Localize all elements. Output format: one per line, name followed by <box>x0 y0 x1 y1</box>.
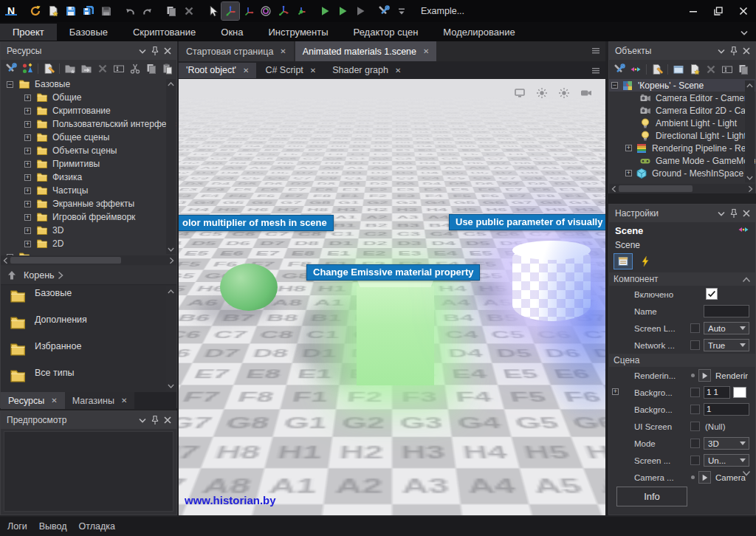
objects-duplicate-icon[interactable] <box>735 62 752 78</box>
breadcrumb[interactable]: Корень <box>1 266 176 285</box>
default-indicator[interactable] <box>690 340 700 350</box>
dropdown[interactable]: Un... <box>704 454 749 467</box>
tree-item[interactable]: +Общие <box>1 91 176 104</box>
default-indicator[interactable] <box>690 439 700 448</box>
dropdown[interactable]: Auto <box>704 322 749 334</box>
scene-object-item[interactable]: Game Mode - GameMode <box>609 154 755 167</box>
sub-tab-2[interactable]: C# Script✕ <box>258 63 323 78</box>
close-icon[interactable]: ✕ <box>395 66 401 75</box>
gizmo-rotate-icon[interactable] <box>257 2 275 20</box>
default-indicator[interactable] <box>690 456 700 465</box>
close-icon[interactable]: ✕ <box>243 66 249 75</box>
chevron-down-icon[interactable] <box>715 45 727 58</box>
play-disabled-icon[interactable] <box>351 2 369 20</box>
expand-icon[interactable]: + <box>625 145 632 151</box>
scene-object-item[interactable]: −'Корень' - Scene <box>609 79 755 92</box>
color-swatch[interactable] <box>733 387 746 398</box>
scene-object-item[interactable]: +Ground - MeshInSpace <box>609 167 755 179</box>
default-indicator[interactable] <box>690 422 700 431</box>
scene-object-item[interactable]: Camera Editor - Camera <box>609 92 755 104</box>
close-icon[interactable] <box>161 414 173 427</box>
expand-icon[interactable]: + <box>24 227 31 234</box>
list-item[interactable]: Избранное <box>1 338 176 365</box>
expand-icon[interactable]: + <box>24 95 31 101</box>
green-emissive-cube-object[interactable] <box>357 286 434 385</box>
scroll-down-icon[interactable] <box>166 244 176 254</box>
expand-icon[interactable]: + <box>625 170 632 176</box>
new-file-icon[interactable] <box>44 2 62 20</box>
menu-item-5[interactable]: Инструменты <box>256 24 341 41</box>
play-icon[interactable] <box>316 2 334 20</box>
gizmo-translate-icon[interactable] <box>239 2 257 20</box>
resources-cut-icon[interactable] <box>127 61 143 77</box>
scroll-up-icon[interactable] <box>166 79 176 89</box>
default-indicator[interactable] <box>690 388 700 397</box>
expand-icon[interactable]: + <box>612 388 619 395</box>
expand-icon[interactable]: + <box>24 108 31 114</box>
events-view-button[interactable] <box>636 253 655 269</box>
sub-tab-3[interactable]: Shader graph✕ <box>325 63 408 78</box>
scene-object-item[interactable]: Ambient Light - Light <box>609 117 755 129</box>
objects-tools-icon[interactable] <box>611 62 628 78</box>
green-sphere-object[interactable] <box>220 264 278 311</box>
scene-viewport[interactable]: A7A8A1A2A3A4A5A6A7A8A1A2A3A4A5A6A7A8A1A2… <box>179 79 605 515</box>
tree-item[interactable]: +Экранные эффекты <box>1 197 176 210</box>
expand-icon[interactable]: + <box>24 148 31 154</box>
save-disabled-icon[interactable] <box>97 2 115 20</box>
scroll-right-icon[interactable] <box>746 184 755 193</box>
pin-icon[interactable] <box>727 45 740 58</box>
objects-horizontal-scrollbar[interactable] <box>609 184 755 193</box>
gizmo-transform-icon[interactable] <box>292 2 310 20</box>
scroll-left-icon[interactable] <box>609 184 619 193</box>
video-camera-icon[interactable] <box>578 85 594 101</box>
scene-object-item[interactable]: Camera Editor 2D - Cam <box>609 104 755 117</box>
tree-item[interactable]: +3D <box>1 224 176 237</box>
tree-item[interactable]: − <box>1 250 176 255</box>
expand-icon[interactable]: + <box>24 134 31 141</box>
scroll-up-icon[interactable] <box>166 286 176 296</box>
pin-icon[interactable] <box>148 45 161 58</box>
breadcrumb-label[interactable]: Корень <box>24 270 55 281</box>
objects-tree[interactable]: −'Корень' - SceneCamera Editor - CameraC… <box>609 79 755 184</box>
redo-icon[interactable] <box>139 2 157 20</box>
default-indicator[interactable] <box>690 405 700 414</box>
resources-options-icon[interactable] <box>19 61 35 77</box>
pin-icon[interactable] <box>727 207 740 220</box>
up-arrow-icon[interactable] <box>5 269 18 281</box>
tab-stores[interactable]: Магазины✕ <box>65 392 135 409</box>
maximize-button[interactable] <box>706 1 731 21</box>
resources-vertical-scrollbar[interactable] <box>166 79 176 254</box>
chevron-down-icon[interactable] <box>136 414 148 427</box>
tools-icon[interactable] <box>375 2 393 20</box>
tab-resources[interactable]: Ресурсы✕ <box>1 392 65 409</box>
duplicate-icon[interactable] <box>162 2 180 20</box>
expand-icon[interactable]: + <box>24 121 31 128</box>
status-tab-3[interactable]: Отладка <box>79 521 115 532</box>
minimize-button[interactable] <box>681 1 706 21</box>
resources-tools-icon[interactable] <box>3 61 19 77</box>
pin-icon[interactable] <box>148 414 161 427</box>
expand-icon[interactable]: + <box>24 214 31 221</box>
tree-item[interactable]: +Пользовательский интерфейс <box>1 117 176 131</box>
dropdown[interactable]: 3D <box>704 437 749 450</box>
save-icon[interactable] <box>62 2 80 20</box>
objects-new-file-icon[interactable] <box>687 62 703 78</box>
objects-rename-icon[interactable] <box>719 62 735 78</box>
resources-rename-icon[interactable] <box>111 61 127 77</box>
text-field[interactable]: 1 <box>704 403 749 416</box>
select-icon[interactable] <box>204 2 221 20</box>
text-field[interactable] <box>704 305 749 317</box>
scene-object-item[interactable]: +Rendering Pipeline - Ren <box>609 142 755 154</box>
gizmo-scale-icon[interactable] <box>275 2 292 20</box>
tree-item[interactable]: +Частицы <box>1 184 176 197</box>
display-icon[interactable] <box>512 85 528 101</box>
sun-icon[interactable] <box>556 85 572 101</box>
close-icon[interactable]: ✕ <box>280 47 286 55</box>
tab-list-icon[interactable] <box>590 65 602 77</box>
tree-item[interactable]: +Объекты сцены <box>1 144 176 157</box>
close-icon[interactable]: ✕ <box>51 396 57 405</box>
overflow-icon[interactable] <box>393 2 410 20</box>
chevron-down-icon[interactable] <box>715 207 727 220</box>
tree-item[interactable]: +Игровой фреймворк <box>1 210 176 224</box>
properties-view-button[interactable] <box>614 253 633 269</box>
